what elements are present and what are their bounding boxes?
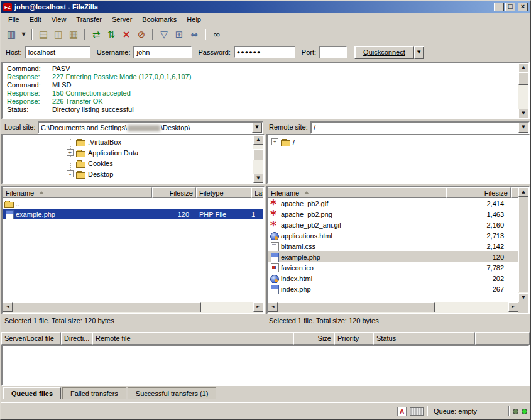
tree-scrollbar[interactable]: ▲ ▼ bbox=[253, 135, 263, 183]
column-header-filetype[interactable]: Filetype bbox=[196, 187, 251, 198]
password-label: Password: bbox=[198, 48, 230, 56]
column-header-priority[interactable]: Priority bbox=[334, 332, 373, 345]
file-row[interactable]: apache_pb2_ani.gif 2,160 bbox=[268, 219, 518, 230]
file-row[interactable]: apache_pb2.png 1,463 bbox=[268, 209, 518, 219]
column-header-size[interactable]: Size bbox=[293, 332, 334, 345]
tree-item[interactable]: + / bbox=[268, 136, 528, 147]
local-horizontal-scrollbar[interactable]: ◄ ► bbox=[3, 302, 263, 313]
menu-edit[interactable]: Edit bbox=[25, 13, 47, 26]
quickconnect-button[interactable]: Quickconnect bbox=[354, 46, 414, 59]
menu-server[interactable]: Server bbox=[107, 13, 137, 26]
column-header-filesize[interactable]: Filesize bbox=[152, 187, 196, 198]
expander-icon[interactable]: + bbox=[67, 149, 74, 156]
scrollbar-corner bbox=[518, 302, 528, 313]
directory-comparison-icon[interactable]: ⊞ bbox=[172, 28, 186, 41]
scrollbar-thumb[interactable] bbox=[518, 197, 528, 292]
column-header-status[interactable]: Status bbox=[373, 332, 475, 345]
cancel-icon[interactable]: × bbox=[119, 28, 133, 41]
port-input[interactable] bbox=[319, 46, 347, 58]
combo-dropdown-icon[interactable]: ▼ bbox=[518, 123, 528, 133]
file-row[interactable]: favicon.ico 7,782 bbox=[268, 262, 518, 273]
column-header-filename[interactable]: Filename bbox=[268, 187, 446, 198]
scroll-down-icon[interactable]: ▼ bbox=[253, 174, 263, 183]
toggle-directory-trees-icon[interactable]: ◫ bbox=[52, 28, 65, 41]
host-label: Host: bbox=[6, 48, 22, 56]
column-header-remote-file[interactable]: Remote file bbox=[92, 332, 293, 345]
scroll-up-icon[interactable]: ▲ bbox=[253, 135, 263, 145]
filesize-cell: 120 bbox=[152, 211, 196, 218]
column-header-blank bbox=[511, 187, 518, 198]
column-header-last-modified[interactable]: Last modified bbox=[251, 187, 263, 198]
encryption-icon[interactable] bbox=[410, 407, 424, 416]
window-title: john@localhost - FileZilla bbox=[14, 3, 491, 11]
tab-successful-transfers[interactable]: Successful transfers (1) bbox=[128, 387, 217, 399]
scrollbar-thumb[interactable] bbox=[13, 302, 201, 312]
file-row[interactable]: index.php 267 bbox=[268, 284, 518, 294]
remote-vertical-scrollbar[interactable]: ▲ ▼ bbox=[518, 187, 528, 302]
scroll-down-icon[interactable]: ▼ bbox=[518, 109, 528, 118]
menu-help[interactable]: Help bbox=[182, 13, 206, 26]
tree-item[interactable]: + Application Data bbox=[3, 147, 252, 158]
disconnect-icon[interactable]: ⊘ bbox=[134, 28, 148, 41]
tab-queued-files[interactable]: Queued files bbox=[3, 387, 61, 399]
close-button[interactable]: × bbox=[518, 3, 528, 11]
file-row[interactable]: applications.html 2,713 bbox=[268, 230, 518, 241]
file-row[interactable]: bitnami.css 2,142 bbox=[268, 241, 518, 251]
toggle-transfer-queue-icon[interactable]: ▦ bbox=[67, 28, 80, 41]
menu-view[interactable]: View bbox=[47, 13, 72, 26]
find-files-icon[interactable]: ∞ bbox=[210, 28, 224, 41]
filter-icon[interactable]: ▽ bbox=[157, 28, 171, 41]
column-header-filename[interactable]: Filename bbox=[3, 187, 152, 198]
filename-cell: example.php bbox=[268, 253, 446, 262]
data-type-icon[interactable]: A bbox=[397, 407, 407, 416]
file-icon bbox=[270, 221, 279, 229]
tree-item[interactable]: .VirtualBox bbox=[3, 136, 252, 147]
expander-icon[interactable]: - bbox=[67, 170, 74, 177]
site-manager-dropdown-icon[interactable]: ▼ bbox=[19, 28, 28, 41]
site-manager-icon[interactable]: ▥ bbox=[4, 28, 18, 41]
remote-site-combobox[interactable]: / ▼ bbox=[310, 121, 530, 134]
column-header-filesize[interactable]: Filesize bbox=[446, 187, 511, 198]
menu-bookmarks[interactable]: Bookmarks bbox=[137, 13, 182, 26]
scrollbar-thumb[interactable] bbox=[253, 149, 263, 160]
filezilla-window: FZ john@localhost - FileZilla _ □ × File… bbox=[0, 0, 531, 420]
refresh-icon[interactable]: ⇄ bbox=[89, 28, 103, 41]
minimize-button[interactable]: _ bbox=[494, 3, 504, 11]
remote-horizontal-scrollbar[interactable]: ◄ ► bbox=[268, 302, 518, 313]
tab-failed-transfers[interactable]: Failed transfers bbox=[62, 387, 126, 399]
tree-item[interactable]: - Desktop bbox=[3, 169, 252, 179]
host-input[interactable] bbox=[25, 46, 90, 58]
username-input[interactable] bbox=[133, 46, 192, 58]
quickconnect-dropdown-button[interactable]: ▼ bbox=[414, 46, 424, 59]
scrollbar-thumb[interactable] bbox=[518, 72, 528, 85]
password-input[interactable] bbox=[234, 46, 295, 58]
sort-ascending-icon bbox=[39, 191, 44, 194]
local-site-combobox[interactable]: C:\Documents and Settings\\Desktop\ ▼ bbox=[38, 121, 263, 134]
menu-transfer[interactable]: Transfer bbox=[71, 13, 107, 26]
maximize-button[interactable]: □ bbox=[505, 3, 515, 11]
file-row[interactable]: .. bbox=[3, 198, 263, 209]
log-scrollbar[interactable]: ▲ ▼ bbox=[518, 63, 528, 118]
remote-list-header: Filename Filesize bbox=[268, 187, 518, 198]
scroll-down-icon[interactable]: ▼ bbox=[518, 293, 528, 302]
file-row[interactable]: index.html 202 bbox=[268, 273, 518, 284]
scroll-right-icon[interactable]: ► bbox=[253, 302, 263, 312]
scroll-left-icon[interactable]: ◄ bbox=[268, 302, 278, 312]
expander-icon[interactable]: + bbox=[271, 138, 278, 145]
scroll-left-icon[interactable]: ◄ bbox=[3, 302, 13, 312]
scroll-right-icon[interactable]: ► bbox=[508, 302, 518, 312]
column-header-server-local-file[interactable]: Server/Local file bbox=[1, 332, 61, 345]
file-row[interactable]: apache_pb2.gif 2,414 bbox=[268, 198, 518, 209]
file-row[interactable]: example.php 120 bbox=[268, 251, 518, 262]
scroll-up-icon[interactable]: ▲ bbox=[518, 63, 528, 72]
combo-dropdown-icon[interactable]: ▼ bbox=[252, 123, 262, 133]
synchronized-browsing-icon[interactable]: ⇔ bbox=[187, 28, 201, 41]
tree-item[interactable]: Cookies bbox=[3, 158, 252, 169]
scrollbar-thumb[interactable] bbox=[278, 302, 435, 312]
column-header-direction[interactable]: Directi... bbox=[61, 332, 92, 345]
file-row[interactable]: example.php 120 PHP File 1 bbox=[3, 209, 263, 219]
scroll-up-icon[interactable]: ▲ bbox=[518, 187, 528, 197]
toggle-message-log-icon[interactable]: ▤ bbox=[36, 28, 50, 41]
process-queue-icon[interactable]: ⇅ bbox=[104, 28, 118, 41]
menu-file[interactable]: File bbox=[3, 13, 25, 26]
